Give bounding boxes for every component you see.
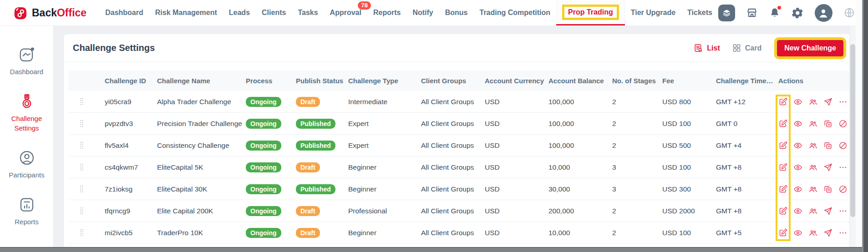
fee-cell: USD 100 <box>662 163 716 171</box>
list-view-toggle[interactable]: List <box>694 43 720 53</box>
edit-icon[interactable] <box>778 119 787 128</box>
client-groups-cell: All Client Groups <box>421 141 485 150</box>
edit-icon[interactable] <box>778 141 787 150</box>
deactivate-icon[interactable] <box>838 185 848 194</box>
table-body: yi05cra9Alpha Trader ChallengeOngoingDra… <box>68 91 852 244</box>
view-icon[interactable] <box>793 141 802 150</box>
sidebar-item-reports[interactable]: Reports <box>0 196 53 227</box>
process-badge-cell: Ongoing <box>246 184 296 194</box>
timezone-cell: GMT +8 <box>716 185 778 193</box>
edit-icon[interactable] <box>778 163 787 172</box>
nav-item-clients[interactable]: Clients <box>256 0 292 25</box>
view-icon[interactable] <box>793 97 802 106</box>
send-icon[interactable] <box>823 97 832 106</box>
scrollbar-thumb[interactable] <box>850 44 855 217</box>
nav-item-tasks[interactable]: Tasks <box>292 0 324 25</box>
window-scrollbar-vertical[interactable] <box>862 0 868 252</box>
view-icon[interactable] <box>793 119 802 128</box>
timezone-cell: GMT +4 <box>716 141 778 150</box>
edit-icon[interactable] <box>778 185 787 194</box>
row-actions <box>778 119 847 128</box>
drag-handle-icon[interactable] <box>68 97 105 106</box>
timezone-cell: GMT +12 <box>716 98 778 106</box>
drag-handle-icon[interactable] <box>68 228 105 237</box>
challenge-id-cell: 7z1ioksg <box>105 185 157 193</box>
brand-logo[interactable]: BackOffice <box>14 0 86 25</box>
medal-icon <box>18 93 36 110</box>
participants-icon[interactable] <box>808 97 817 106</box>
deactivate-icon[interactable] <box>838 141 848 150</box>
participants-icon[interactable] <box>808 119 817 128</box>
more-icon[interactable] <box>838 207 848 216</box>
duplicate-icon[interactable] <box>823 185 832 194</box>
deactivate-icon[interactable] <box>838 119 848 128</box>
process-badge-cell: Ongoing <box>246 206 296 216</box>
challenge-id-cell: pvpzdtv3 <box>105 120 157 128</box>
nav-item-tickets[interactable]: Tickets <box>681 0 718 25</box>
more-icon[interactable] <box>838 228 848 237</box>
fee-cell: USD 500 <box>662 141 716 150</box>
send-icon[interactable] <box>823 163 832 172</box>
nav-item-approval[interactable]: Approval78 <box>324 0 367 25</box>
row-actions <box>778 141 847 150</box>
nav-item-prop-trading[interactable]: Prop Trading <box>556 0 625 25</box>
content-scrollbar[interactable] <box>849 26 856 247</box>
card-view-toggle[interactable]: Card <box>732 43 761 53</box>
participants-icon[interactable] <box>808 207 817 216</box>
sidebar-item-challenge-settings[interactable]: Challenge Settings <box>0 93 53 133</box>
window-scrollbar-horizontal[interactable] <box>0 247 862 252</box>
participants-icon[interactable] <box>808 228 817 237</box>
card-header: Challenge Settings List <box>64 34 856 62</box>
notification-dot <box>777 5 782 10</box>
column-header-challenge-name: Challenge Name <box>157 77 246 85</box>
storefront-icon[interactable] <box>746 7 758 19</box>
list-view-icon <box>694 43 703 53</box>
nav-item-reports[interactable]: Reports <box>367 0 406 25</box>
sidebar: DashboardChallenge SettingsParticipantsR… <box>0 26 54 247</box>
nav-item-trading-competition[interactable]: Trading Competition <box>473 0 556 25</box>
nav-item-notify[interactable]: Notify <box>406 0 439 25</box>
nav-item-leads[interactable]: Leads <box>223 0 256 25</box>
drag-handle-icon[interactable] <box>68 119 105 128</box>
timezone-cell: GMT +8 <box>716 207 778 215</box>
nav-item-bonus[interactable]: Bonus <box>439 0 474 25</box>
drag-handle-icon[interactable] <box>68 163 105 171</box>
edit-icon[interactable] <box>778 97 787 106</box>
view-icon[interactable] <box>793 228 802 237</box>
participants-icon[interactable] <box>808 185 817 194</box>
sidebar-item-participants[interactable]: Participants <box>0 149 53 180</box>
client-groups-cell: All Client Groups <box>421 185 485 193</box>
layers-icon[interactable] <box>718 5 735 21</box>
participants-icon[interactable] <box>808 141 817 150</box>
drag-handle-icon[interactable] <box>68 141 105 150</box>
challenge-name-cell: EliteCapital 5K <box>157 163 246 171</box>
drag-handle-icon[interactable] <box>68 185 105 193</box>
more-icon[interactable] <box>838 163 848 172</box>
participants-icon[interactable] <box>808 163 817 172</box>
duplicate-icon[interactable] <box>823 141 832 150</box>
account-currency-cell: USD <box>485 185 548 193</box>
edit-icon[interactable] <box>778 207 787 216</box>
view-icon[interactable] <box>793 207 802 216</box>
nav-item-tier-upgrade[interactable]: Tier Upgrade <box>625 0 681 25</box>
view-icon[interactable] <box>793 163 802 172</box>
new-challenge-button[interactable]: New Challenge <box>777 40 843 56</box>
topbar-actions: EN ▾ <box>718 0 868 25</box>
view-icon[interactable] <box>793 185 802 194</box>
more-icon[interactable] <box>838 97 848 106</box>
duplicate-icon[interactable] <box>823 119 832 128</box>
nav-item-risk-management[interactable]: Risk Management <box>149 0 223 25</box>
drag-handle-icon[interactable] <box>68 207 105 215</box>
stages-cell: 2 <box>612 229 662 237</box>
sidebar-item-dashboard[interactable]: Dashboard <box>0 46 53 76</box>
column-header-process: Process <box>246 77 296 85</box>
gear-icon[interactable] <box>792 7 804 19</box>
fee-cell: USD 100 <box>662 229 716 237</box>
edit-icon[interactable] <box>778 228 787 237</box>
bell-icon[interactable] <box>769 7 781 19</box>
nav-item-label: Tasks <box>298 9 318 17</box>
avatar-icon[interactable] <box>815 4 832 22</box>
send-icon[interactable] <box>823 207 832 216</box>
nav-item-dashboard[interactable]: Dashboard <box>99 0 149 25</box>
send-icon[interactable] <box>823 228 832 237</box>
